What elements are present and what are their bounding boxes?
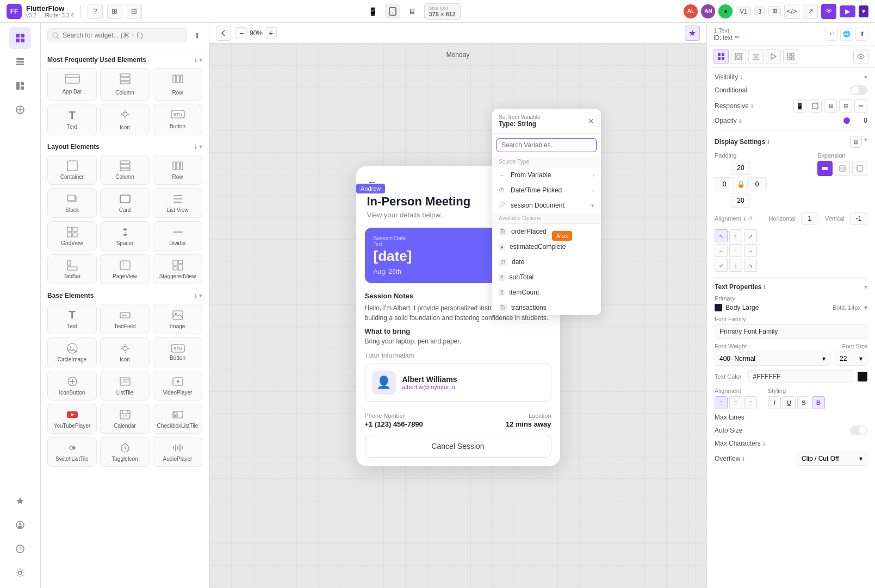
- widget-staggeredview[interactable]: StaggeredView: [153, 254, 202, 284]
- widget-switchlisttile[interactable]: SwitchListTile: [47, 437, 97, 467]
- nav-btn-5[interactable]: [9, 490, 31, 512]
- layout-btn[interactable]: ⊟: [127, 4, 142, 19]
- grid-btn[interactable]: ⊞: [107, 4, 122, 19]
- widget-videoplayer[interactable]: VideoPlayer: [153, 371, 202, 401]
- settings-nav-btn[interactable]: [9, 562, 31, 584]
- align-left-btn[interactable]: ≡: [715, 396, 728, 409]
- var-option-subtotal[interactable]: # subTotal: [492, 270, 601, 285]
- widget-text-base[interactable]: T Text: [47, 304, 97, 334]
- widget-toggleicon[interactable]: ToggleIcon: [100, 437, 150, 467]
- panel-icon-1[interactable]: ↩: [825, 28, 838, 41]
- resp-mobile-icon[interactable]: 📱: [793, 99, 806, 112]
- exp-btn-1[interactable]: [817, 161, 833, 176]
- var-option-orderplaced[interactable]: Tr orderPlaced: [492, 224, 601, 239]
- widget-image[interactable]: Image: [153, 304, 202, 334]
- search-bar[interactable]: [47, 28, 187, 42]
- align-center-btn[interactable]: ≡: [729, 396, 742, 409]
- desktop-btn[interactable]: 🖥: [405, 4, 420, 19]
- padding-lock-icon[interactable]: 🔒: [736, 180, 745, 189]
- tablet-btn[interactable]: [385, 4, 400, 19]
- text-color-value[interactable]: #FFFFFF: [748, 370, 853, 383]
- nav-btn-4[interactable]: [9, 99, 31, 121]
- align-bottomright[interactable]: ↘: [744, 259, 757, 272]
- widget-spacer[interactable]: Spacer: [100, 221, 150, 251]
- align-middleleft[interactable]: ←: [715, 244, 728, 257]
- zoom-out-btn[interactable]: −: [235, 27, 247, 39]
- font-weight-select[interactable]: 400- Normal ▾: [715, 352, 830, 366]
- layout-collapse-icon[interactable]: ▾: [199, 143, 202, 151]
- strikethrough-btn[interactable]: S: [797, 396, 810, 409]
- version-badge[interactable]: V1: [736, 7, 750, 16]
- counter-badge[interactable]: 3: [754, 7, 765, 16]
- widget-listview[interactable]: List View: [153, 188, 202, 218]
- var-option-estimatedcomplete[interactable]: ● estimatedComplete: [492, 239, 601, 254]
- eye-btn[interactable]: [853, 49, 868, 64]
- preview-btn[interactable]: 👁: [821, 4, 836, 19]
- widget-button[interactable]: BTN Button: [153, 104, 202, 135]
- padding-right[interactable]: 0: [747, 177, 767, 191]
- panel-icon-3[interactable]: ⬆: [855, 28, 868, 41]
- display-icon-1[interactable]: ⊞: [850, 136, 862, 148]
- align-middleright[interactable]: →: [744, 244, 757, 257]
- font-family-value[interactable]: Primary Font Family: [715, 324, 867, 339]
- italic-btn[interactable]: I: [768, 396, 781, 409]
- align-bottomcenter[interactable]: ↓: [729, 259, 742, 272]
- widget-text[interactable]: T Text: [47, 104, 97, 135]
- primary-color-swatch[interactable]: [715, 304, 722, 311]
- variable-search-input[interactable]: [497, 138, 597, 152]
- widgets-nav-btn[interactable]: [9, 27, 31, 49]
- align-topright[interactable]: ↗: [744, 229, 757, 242]
- display-expand[interactable]: ▾: [864, 136, 867, 148]
- font-size-select[interactable]: 22 ▾: [835, 352, 867, 366]
- auto-size-toggle[interactable]: [850, 426, 867, 435]
- resp-tablet-icon[interactable]: [809, 99, 822, 112]
- properties-tab[interactable]: [713, 49, 729, 64]
- vertical-value[interactable]: -1: [850, 212, 867, 225]
- widget-audioplayer[interactable]: AudioPlayer: [153, 437, 202, 467]
- padding-left[interactable]: 0: [715, 177, 734, 191]
- underline-btn[interactable]: U: [783, 396, 796, 409]
- page-nav-btn[interactable]: [9, 51, 31, 73]
- align-bottomleft[interactable]: ↙: [715, 259, 728, 272]
- nav-btn-7[interactable]: [9, 538, 31, 560]
- var-option-date[interactable]: ⏱ date: [492, 254, 601, 270]
- nav-btn-6[interactable]: [9, 514, 31, 536]
- visibility-expand[interactable]: ▾: [864, 73, 867, 81]
- widget-divider[interactable]: Divider: [153, 221, 202, 251]
- widget-column-2[interactable]: Column: [100, 155, 150, 185]
- panel-icon-2[interactable]: 🌐: [840, 28, 853, 41]
- base-collapse-icon[interactable]: ▾: [199, 292, 202, 299]
- text-props-expand[interactable]: ▾: [864, 283, 867, 291]
- widget-column[interactable]: Column: [100, 68, 150, 101]
- variable-picker-close[interactable]: ✕: [588, 117, 594, 126]
- zoom-in-btn[interactable]: +: [265, 27, 277, 39]
- widget-stack[interactable]: Stack: [47, 188, 97, 218]
- resp-pen-icon[interactable]: ✏: [854, 99, 867, 112]
- widget-textfield[interactable]: TextField: [100, 304, 150, 334]
- resp-extra-icon[interactable]: ⊞: [839, 99, 852, 112]
- help-btn[interactable]: ?: [88, 4, 103, 19]
- share-badge[interactable]: ⊞: [768, 6, 781, 16]
- var-option-itemcount[interactable]: # itemCount: [492, 285, 601, 300]
- cancel-session-btn[interactable]: Cancel Session: [365, 435, 551, 458]
- exp-btn-3[interactable]: [852, 161, 867, 176]
- widget-icon-base[interactable]: Icon: [100, 337, 150, 367]
- widget-checkboxlisttile[interactable]: CheckboxListTile: [153, 404, 202, 434]
- widget-iconbutton[interactable]: IconButton: [47, 371, 97, 401]
- magic-btn[interactable]: [685, 26, 700, 41]
- style-dropdown[interactable]: ▾: [864, 304, 867, 311]
- run-btn[interactable]: ▶: [840, 5, 855, 17]
- source-from-variable[interactable]: → From Variable ›: [492, 167, 601, 183]
- play-tab[interactable]: [766, 49, 781, 64]
- opacity-thumb[interactable]: [843, 117, 850, 124]
- widget-youtubeplayer[interactable]: YouTubePlayer: [47, 404, 97, 434]
- align-tab[interactable]: [748, 49, 764, 64]
- padding-bottom[interactable]: 20: [731, 193, 750, 208]
- widget-container[interactable]: Container: [47, 155, 97, 185]
- widget-pageview[interactable]: PageView: [100, 254, 150, 284]
- overflow-select[interactable]: Clip / Cut Off ▾: [797, 452, 867, 466]
- avatar-an[interactable]: AN: [701, 4, 715, 18]
- collapse-panel-btn[interactable]: [216, 26, 231, 41]
- widget-tabbar[interactable]: TabBar: [47, 254, 97, 284]
- exp-btn-2[interactable]: [835, 161, 850, 176]
